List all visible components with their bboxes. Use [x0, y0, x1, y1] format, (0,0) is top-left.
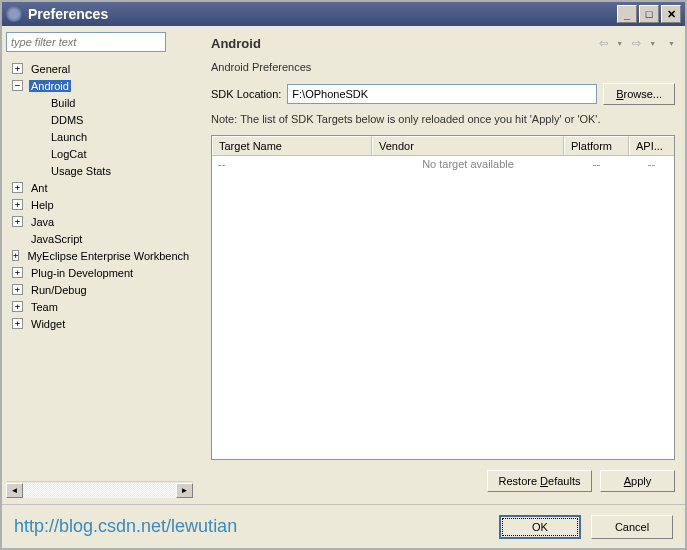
maximize-button[interactable]: □ [639, 5, 659, 23]
titlebar: Preferences _ □ ✕ [2, 2, 685, 26]
sdk-location-label: SDK Location: [211, 88, 281, 100]
tree-label: JavaScript [29, 233, 84, 245]
tree-label: Ant [29, 182, 50, 194]
tree-item-team[interactable]: Team [8, 298, 191, 315]
targets-table: Target Name Vendor Platform API... -- No… [211, 135, 675, 460]
ok-button[interactable]: OK [499, 515, 581, 539]
tree-label: Usage Stats [49, 165, 113, 177]
tree-label: DDMS [49, 114, 85, 126]
page-title: Android [211, 36, 596, 51]
restore-defaults-button[interactable]: Restore Defaults [487, 470, 592, 492]
collapse-icon[interactable] [12, 80, 23, 91]
tree-label: Build [49, 97, 77, 109]
tree-item-run-debug[interactable]: Run/Debug [8, 281, 191, 298]
column-vendor[interactable]: Vendor [372, 136, 564, 155]
expand-icon[interactable] [12, 250, 19, 261]
filter-input[interactable] [6, 32, 166, 52]
forward-dropdown-icon[interactable]: ▼ [649, 40, 656, 47]
expand-icon[interactable] [12, 182, 23, 193]
column-target[interactable]: Target Name [212, 136, 372, 155]
cell-platform: -- [564, 156, 629, 172]
bottom-bar: http://blog.csdn.net/lewutian OK Cancel [2, 504, 685, 548]
table-row[interactable]: -- No target available -- -- [212, 156, 674, 172]
content-area: GeneralAndroidBuildDDMSLaunchLogCatUsage… [2, 26, 685, 504]
minimize-button[interactable]: _ [617, 5, 637, 23]
cell-target: -- [212, 156, 372, 172]
tree-item-android[interactable]: Android [8, 77, 191, 94]
tree-label: Help [29, 199, 56, 211]
app-icon [6, 6, 22, 22]
back-arrow-icon[interactable]: ⇦ [596, 38, 610, 50]
expand-icon[interactable] [12, 199, 23, 210]
tree-item-launch[interactable]: Launch [8, 128, 191, 145]
tree-label: General [29, 63, 72, 75]
browse-button[interactable]: Browse... [603, 83, 675, 105]
dialog-buttons: OK Cancel [499, 515, 673, 539]
close-button[interactable]: ✕ [661, 5, 681, 23]
cell-api: -- [629, 156, 674, 172]
watermark-text: http://blog.csdn.net/lewutian [14, 516, 499, 537]
tree-item-myeclipse-enterprise-workbench[interactable]: MyEclipse Enterprise Workbench [8, 247, 191, 264]
sdk-location-input[interactable] [287, 84, 597, 104]
tree-item-usage-stats[interactable]: Usage Stats [8, 162, 191, 179]
settings-panel: Android ⇦▼ ⇨▼ ▼ Android Preferences SDK … [201, 26, 685, 504]
tree-item-ant[interactable]: Ant [8, 179, 191, 196]
expand-icon[interactable] [12, 216, 23, 227]
tree-label: Widget [29, 318, 67, 330]
page-header: Android ⇦▼ ⇨▼ ▼ [211, 36, 675, 51]
column-api[interactable]: API... [629, 136, 674, 155]
scroll-right-button[interactable]: ► [176, 483, 193, 498]
table-header: Target Name Vendor Platform API... [212, 136, 674, 156]
tree-label: MyEclipse Enterprise Workbench [25, 250, 191, 262]
horizontal-scrollbar[interactable]: ◄ ► [6, 481, 193, 498]
tree-label: Java [29, 216, 56, 228]
tree-item-plug-in-development[interactable]: Plug-in Development [8, 264, 191, 281]
table-body: -- No target available -- -- [212, 156, 674, 459]
window-title: Preferences [28, 6, 617, 22]
preferences-tree: GeneralAndroidBuildDDMSLaunchLogCatUsage… [6, 58, 193, 481]
scroll-track[interactable] [23, 483, 176, 498]
tree-item-logcat[interactable]: LogCat [8, 145, 191, 162]
menu-dropdown-icon[interactable]: ▼ [668, 40, 675, 47]
tree-item-javascript[interactable]: JavaScript [8, 230, 191, 247]
apply-button[interactable]: Apply [600, 470, 675, 492]
expand-icon[interactable] [12, 301, 23, 312]
scroll-left-button[interactable]: ◄ [6, 483, 23, 498]
nav-arrows: ⇦▼ ⇨▼ ▼ [596, 38, 675, 50]
tree-panel: GeneralAndroidBuildDDMSLaunchLogCatUsage… [2, 26, 197, 504]
column-platform[interactable]: Platform [564, 136, 629, 155]
panel-buttons: Restore Defaults Apply [211, 460, 675, 498]
note-text: Note: The list of SDK Targets below is o… [211, 113, 675, 125]
tree-label: Plug-in Development [29, 267, 135, 279]
cancel-button[interactable]: Cancel [591, 515, 673, 539]
forward-arrow-icon[interactable]: ⇨ [629, 38, 643, 50]
tree-label: Run/Debug [29, 284, 89, 296]
expand-icon[interactable] [12, 284, 23, 295]
expand-icon[interactable] [12, 318, 23, 329]
back-dropdown-icon[interactable]: ▼ [616, 40, 623, 47]
cell-vendor: No target available [372, 156, 564, 172]
tree-label: Android [29, 80, 71, 92]
tree-label: Launch [49, 131, 89, 143]
expand-icon[interactable] [12, 267, 23, 278]
tree-label: Team [29, 301, 60, 313]
tree-item-ddms[interactable]: DDMS [8, 111, 191, 128]
tree-item-general[interactable]: General [8, 60, 191, 77]
tree-item-java[interactable]: Java [8, 213, 191, 230]
sdk-location-row: SDK Location: Browse... [211, 83, 675, 105]
tree-item-build[interactable]: Build [8, 94, 191, 111]
titlebar-buttons: _ □ ✕ [617, 5, 681, 23]
section-label: Android Preferences [211, 61, 675, 73]
tree-label: LogCat [49, 148, 88, 160]
tree-item-help[interactable]: Help [8, 196, 191, 213]
expand-icon[interactable] [12, 63, 23, 74]
tree-item-widget[interactable]: Widget [8, 315, 191, 332]
